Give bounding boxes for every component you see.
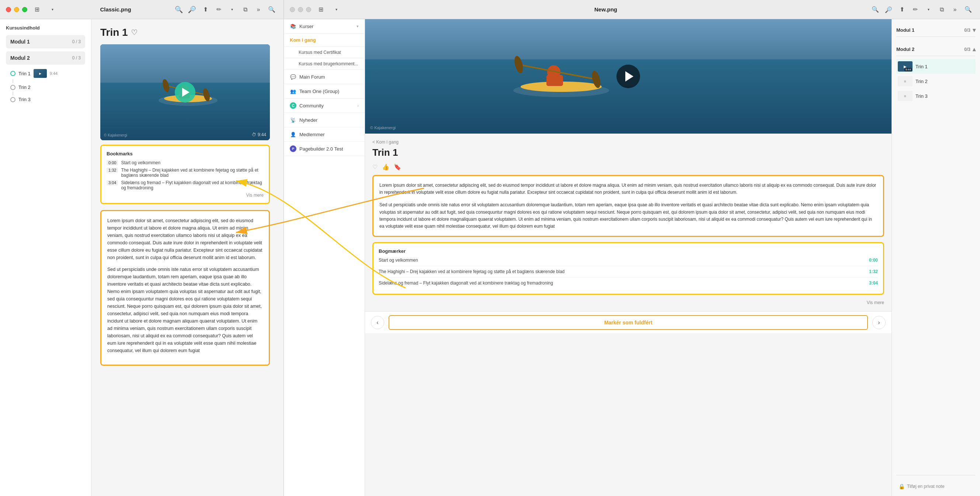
right-bookmark-time-1: 0:00 — [869, 258, 878, 263]
nav-label-medlemmer: Medlemmer — [299, 132, 325, 137]
nav-label-pagebuilder: Pagebuilder 2.0 Test — [299, 146, 343, 152]
sidebar-chevron-right-icon[interactable]: ▾ — [330, 4, 342, 16]
right-module-2-progress: 0/3 — [964, 47, 970, 52]
bookmark-item-1[interactable]: 0:00 Start og velkommen — [107, 160, 264, 165]
body-text-2: Sed ut perspiciatis unde omnis iste natu… — [107, 266, 263, 354]
search-right-icon[interactable]: 🔍 — [962, 4, 974, 16]
pagebuilder-icon: P — [290, 145, 296, 152]
module-2-header[interactable]: Modul 2 0 / 3 — [6, 51, 85, 65]
annotate-icon[interactable]: ✏ — [213, 4, 224, 16]
share-icon[interactable]: ⬆ — [199, 4, 211, 16]
right-bookmark-text-3: Sidelæns og fremad – Flyt kajakken diago… — [379, 281, 869, 285]
window-icon[interactable]: ⧉ — [239, 4, 251, 16]
more-tools-icon[interactable]: » — [253, 4, 264, 16]
share-right-icon[interactable]: ⬆ — [896, 4, 908, 16]
zoom-in-icon[interactable]: 🔍 — [173, 4, 185, 16]
bookmark-item-2[interactable]: 1:32 The Haghighi – Drej kajakken ved at… — [107, 167, 264, 178]
annotate-chevron-right-icon[interactable]: ▾ — [923, 4, 934, 16]
more-tools-right-icon[interactable]: » — [949, 4, 961, 16]
trin-connector — [13, 79, 85, 83]
trin-2-item[interactable]: Trin 2 — [10, 83, 85, 91]
sidebar-chevron-icon[interactable]: ▾ — [46, 4, 58, 16]
annotate-right-icon[interactable]: ✏ — [909, 4, 921, 16]
like-icon[interactable]: ♡ — [372, 163, 377, 171]
sidebar-toggle-right-icon[interactable]: ⊞ — [315, 4, 327, 16]
search-icon[interactable]: 🔍 — [266, 4, 278, 16]
trin-1-thumbnail: ▶ — [33, 69, 47, 78]
right-module-2-toggle-icon[interactable]: ▴ — [973, 46, 975, 53]
bookmark-item-3[interactable]: 3:04 Sidelæns og fremad – Flyt kajakken … — [107, 180, 264, 190]
nav-item-certifikat[interactable]: Kursus med Certifikat — [284, 47, 364, 58]
minimize-button-right[interactable] — [298, 7, 303, 12]
thumbsup-icon[interactable]: 👍 — [382, 163, 389, 171]
bookmark-time-2: 1:32 — [107, 167, 118, 173]
right-bookmark-item-2[interactable]: The Haghighi – Drej kajakken ved at komb… — [379, 269, 878, 278]
right-bookmarks-box: Bogmærker Start og velkommen 0:00 The Ha… — [372, 242, 884, 295]
right-module-2-header[interactable]: Modul 2 0/3 ▴ — [896, 43, 975, 56]
nav-item-team-one[interactable]: 👥 Team One (Group) — [284, 84, 364, 99]
trin-3-item[interactable]: Trin 3 — [10, 95, 85, 104]
add-note-button[interactable]: 🔒 Tilføj en privat note — [896, 481, 975, 491]
module-2-item: Modul 2 0 / 3 Trin 1 ▶ 9:44 — [6, 51, 85, 104]
close-button-right[interactable] — [290, 7, 295, 12]
nav-item-main-forum[interactable]: 💬 Main Forum — [284, 70, 364, 84]
breadcrumb-back[interactable]: Kom i gang — [372, 139, 884, 145]
zoom-out-icon[interactable]: 🔍 — [186, 4, 198, 16]
vis-mere-link-right[interactable]: Vis mere — [372, 300, 884, 305]
right-trin-3-thumbnail: ≡ — [898, 91, 913, 101]
right-trin-1-thumb-wrap: ▶ 9:44 — [898, 61, 913, 72]
right-play-button[interactable] — [616, 65, 640, 88]
nav-item-nyheder-left: 📡 Nyheder — [290, 116, 317, 123]
heart-icon[interactable]: ♡ — [131, 28, 137, 37]
nav-item-kurser-left: 📚 Kurser — [290, 23, 313, 30]
nav-item-brugerkommentar[interactable]: Kursus med brugerkomment... — [284, 58, 364, 70]
complete-button[interactable]: Markér som fuldfért — [388, 315, 868, 330]
right-module-1-header[interactable]: Modul 1 0/3 ▾ — [896, 24, 975, 37]
right-trin-1-duration: 9:44 — [904, 68, 912, 71]
svg-point-12 — [513, 55, 525, 74]
module-1-item: Modul 1 0 / 3 — [6, 35, 85, 48]
maximize-button[interactable] — [22, 7, 27, 12]
right-module-1-toggle-icon[interactable]: ▾ — [973, 27, 975, 33]
right-bookmark-item-1[interactable]: Start og velkommen 0:00 — [379, 258, 878, 266]
nav-item-medlemmer[interactable]: 👤 Medlemmer — [284, 127, 364, 142]
right-video-sky — [365, 19, 891, 59]
right-video-player[interactable]: © Kajakenergi — [365, 19, 891, 134]
trin-3-circle — [10, 97, 16, 102]
trin-1-item[interactable]: Trin 1 ▶ 9:44 — [10, 67, 85, 79]
nav-item-kurser[interactable]: 📚 Kurser ▾ — [284, 19, 364, 33]
team-icon: 👥 — [290, 88, 296, 94]
module-1-header[interactable]: Modul 1 0 / 3 — [6, 35, 85, 48]
sidebar-toggle-icon[interactable]: ⊞ — [31, 4, 43, 16]
window-right-icon[interactable]: ⧉ — [936, 4, 948, 16]
right-bookmark-item-3[interactable]: Sidelæns og fremad – Flyt kajakken diago… — [379, 281, 878, 289]
right-bookmark-text-2: The Haghighi – Drej kajakken ved at komb… — [379, 269, 869, 274]
left-main-content: Trin 1 ♡ — [91, 19, 283, 496]
prev-arrow-button[interactable]: ‹ — [371, 316, 384, 329]
right-trin-3-item[interactable]: ≡ Trin 3 — [896, 89, 975, 103]
annotate-chevron-icon[interactable]: ▾ — [226, 4, 238, 16]
play-button-left[interactable] — [175, 82, 196, 103]
nav-item-nyheder[interactable]: 📡 Nyheder — [284, 113, 364, 127]
video-player-left[interactable]: © Kajakenergi ⏱9:44 — [100, 44, 270, 140]
nav-label-nyheder: Nyheder — [299, 117, 317, 123]
lock-icon: 🔒 — [899, 483, 905, 490]
vis-mere-link-left[interactable]: Vis mere — [107, 193, 264, 198]
zoom-out-right-icon[interactable]: 🔍 — [883, 4, 894, 16]
minimize-button[interactable] — [14, 7, 19, 12]
left-content-area: Kursusindhold Modul 1 0 / 3 Modul 2 0 / … — [0, 19, 283, 496]
maximize-button-right[interactable] — [306, 7, 311, 12]
bookmark-icon[interactable]: 🔖 — [394, 163, 401, 171]
right-panel-modules: Modul 1 0/3 ▾ Modul 2 0/3 ▴ — [891, 19, 980, 496]
next-arrow-button[interactable]: › — [872, 316, 886, 329]
nav-item-pagebuilder[interactable]: P Pagebuilder 2.0 Test — [284, 142, 364, 156]
right-trin-3-label: Trin 3 — [915, 93, 928, 99]
right-trin-2-item[interactable]: ≡ Trin 2 — [896, 74, 975, 89]
nav-item-kom-i-gang[interactable]: Kom i gang — [284, 33, 364, 47]
close-button[interactable] — [6, 7, 11, 12]
nav-item-community[interactable]: C Community › — [284, 99, 364, 113]
right-main-content: © Kajakenergi Kom i gang Trin 1 ♡ 👍 🔖 Lo… — [365, 19, 891, 496]
right-trin-1-item[interactable]: ▶ 9:44 Trin 1 — [896, 59, 975, 74]
zoom-in-right-icon[interactable]: 🔍 — [869, 4, 881, 16]
toolbar-right: 🔍 🔍 ⬆ ✏ ▾ ⧉ » 🔍 — [869, 4, 974, 16]
